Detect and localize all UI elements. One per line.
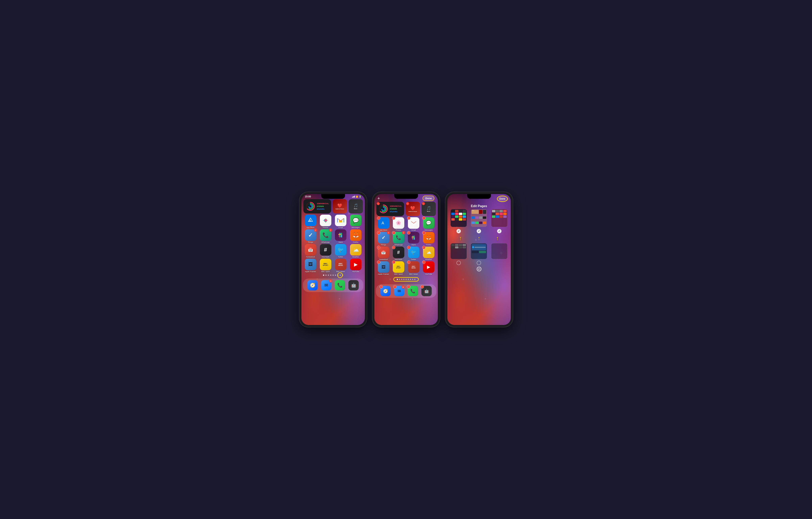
plus-button-2[interactable]: + [378, 196, 380, 201]
page-thumb-1[interactable]: ✓ [449, 209, 468, 233]
app-bbcnews-2[interactable]: − BBC NEWS BBC News [406, 261, 421, 275]
fitness-widget-1: 129/440KCAL 2/30MIN 5/12HRS [303, 199, 331, 214]
app-bbcnews-1[interactable]: BBC NEWS BBC News [334, 259, 348, 273]
photos-icon-1 [320, 215, 331, 226]
dock-robot-2[interactable]: − 🤖 [422, 286, 432, 296]
slack-delete-2[interactable]: − [407, 231, 410, 235]
mail-badge-1: 16 [329, 279, 332, 282]
dots-highlight-box-2 [394, 277, 419, 281]
bbcsport-delete-2[interactable]: − [392, 261, 396, 264]
dock-mail-1[interactable]: ✉ 16 [321, 280, 331, 291]
fitness-ring-2 [378, 204, 388, 214]
app-whatsapp-1[interactable]: 📞 1 WhatsApp [318, 229, 333, 243]
twitter-label-2: Twitter [411, 258, 416, 261]
minutes-stat-2: 2/30MIN [390, 208, 402, 210]
app-appstore-2[interactable]: − A App Store [376, 217, 390, 231]
weather-delete-2[interactable]: − [422, 246, 426, 249]
app-weather-2[interactable]: − ⛅ Weather [422, 247, 436, 261]
whatsapp-delete-2[interactable]: − [392, 231, 396, 235]
robot-delete-2[interactable]: − [420, 285, 424, 289]
youtube-icon-1: ▶ [350, 259, 361, 270]
bbcnews-delete-2[interactable]: − [407, 261, 410, 264]
dock-safari-1[interactable]: 🧭 [307, 280, 318, 291]
appleframes-delete-2[interactable]: − [377, 261, 380, 264]
app-messages-1[interactable]: 💬 Messages [349, 215, 363, 228]
app-bbcsport-1[interactable]: BBC SPORT BBC Sport [318, 259, 333, 273]
app-twitter-1[interactable]: 🐦 Twitter [334, 244, 348, 258]
whatsapp-label-1: WhatsApp [321, 241, 330, 243]
fitness-delete-btn-2[interactable]: − [377, 202, 380, 205]
fitness-stats-1: 129/440KCAL 2/30MIN 5/12HRS [317, 202, 329, 211]
messages-icon-2: − 💬 [423, 217, 434, 229]
app-bbcsport-2[interactable]: − BBC SPORT BBC Sport [392, 261, 406, 275]
bottom-check-row: ✓ [447, 265, 511, 273]
health-delete-btn-2[interactable]: − [406, 202, 409, 205]
app-twitter-2[interactable]: − 🐦 Twitter [406, 247, 421, 261]
dock-phone-2[interactable]: − 📞 [408, 286, 418, 296]
dock-mail-2[interactable]: − ✉ 16 [394, 286, 404, 296]
app-fantastical-2[interactable]: − 📅 Fantastical [376, 247, 390, 261]
whatsapp-label-2: WhatsApp [395, 244, 403, 246]
app-youtube-2[interactable]: − ▶ YouTube [422, 261, 436, 275]
dock-2: − 🧭 − ✉ 16 − 📞 [376, 284, 436, 298]
whatsapp-icon-2: − 📞 1 [393, 232, 404, 243]
svg-rect-17 [340, 235, 341, 238]
app-youtube-1[interactable]: ▶ YouTube [349, 259, 363, 273]
page-thumb-2[interactable]: Widget ✓ [469, 209, 488, 233]
app-things-1[interactable]: ✓ 3 Things [303, 229, 318, 243]
machash-delete-2[interactable]: − [392, 246, 396, 249]
photos-delete-2[interactable]: − [392, 216, 396, 220]
page-thumb-3[interactable]: ✓ [490, 209, 509, 233]
app-gmail-2[interactable]: − Gmail [406, 217, 421, 231]
minutes-stat-1: 2/30MIN [317, 205, 329, 208]
things-icon-1: ✓ 3 [305, 229, 316, 241]
fantastical-delete-2[interactable]: − [377, 246, 380, 249]
app-slack-2[interactable]: − Slack [406, 232, 421, 246]
messages-label-1: Messages [352, 226, 360, 228]
firefox-delete-2[interactable]: − [422, 231, 426, 235]
app-photos-2[interactable]: − 🌸 Photos [392, 217, 406, 231]
page-thumb-4[interactable] [449, 243, 468, 265]
things-badge-1: 3 [314, 228, 317, 232]
svg-rect-14 [338, 234, 341, 235]
appstore-delete-2[interactable]: − [377, 216, 380, 220]
app-appleframes-1[interactable]: 🖼 Apple Frames [303, 259, 318, 273]
music-delete-btn-2[interactable]: − [422, 202, 425, 205]
app-firefox-2[interactable]: − 🦊 Firefox [422, 232, 436, 246]
dock-safari-2[interactable]: − 🧭 [380, 286, 390, 296]
app-appstore-1[interactable]: A App Store [303, 215, 318, 228]
dock-robot-1[interactable]: 🤖 [348, 280, 359, 291]
things-delete-2[interactable]: − [377, 231, 380, 235]
notch-3 [467, 194, 491, 199]
app-machash-1[interactable]: # MacHash [318, 244, 333, 258]
app-appleframes-2[interactable]: − 🖼 Apple Frames [376, 261, 390, 275]
page-thumb-5[interactable] [469, 243, 488, 265]
app-photos-1[interactable]: Photos [318, 215, 333, 228]
app-firefox-1[interactable]: 🦊 Firefox [349, 229, 363, 243]
done-button-3[interactable]: Done [497, 196, 508, 202]
youtube-delete-2[interactable]: − [422, 261, 426, 264]
app-whatsapp-2[interactable]: − 📞 1 WhatsApp [392, 232, 406, 246]
gmail-delete-2[interactable]: − [407, 216, 410, 220]
firefox-icon-1: 🦊 [350, 229, 361, 241]
app-machash-2[interactable]: − # MacHash [392, 247, 406, 261]
app-fantastical-1[interactable]: 📅 Fantastical [303, 244, 318, 258]
phone-2-screen: + Done − [374, 194, 438, 325]
dot-2-8 [412, 279, 413, 280]
dock-phone-1[interactable]: 📞 [335, 280, 345, 291]
app-messages-2[interactable]: − 💬 Messages [422, 217, 436, 231]
pages-top-grid: ✓ Widget [447, 209, 511, 233]
app-weather-1[interactable]: ⛅ Weather [349, 244, 363, 258]
app-gmail-1[interactable]: Gmail [334, 215, 348, 228]
twitter-label-1: Twitter [338, 256, 343, 258]
fitness-ring-1 [306, 201, 315, 211]
app-things-2[interactable]: − ✓ 3 Things [376, 232, 390, 246]
mail-delete-2[interactable]: − [393, 285, 397, 289]
page-thumb-6[interactable] [490, 243, 509, 265]
messages-delete-2[interactable]: − [422, 216, 426, 220]
done-button-2[interactable]: Done [423, 196, 435, 201]
safari-delete-2[interactable]: − [379, 285, 383, 289]
twitter-delete-2[interactable]: − [407, 246, 410, 249]
app-slack-1[interactable]: Slack [334, 229, 348, 243]
phone-delete-2[interactable]: − [407, 285, 410, 289]
